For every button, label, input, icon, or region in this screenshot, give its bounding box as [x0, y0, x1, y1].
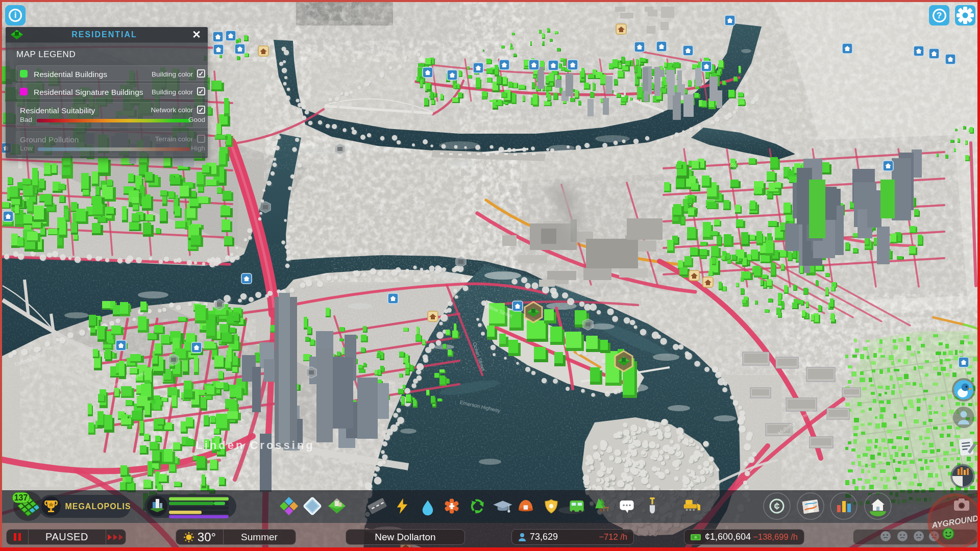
svg-text:MEGALOPOLIS: MEGALOPOLIS [65, 502, 131, 511]
svg-text:¢: ¢ [774, 500, 779, 512]
svg-text:137: 137 [14, 493, 28, 502]
